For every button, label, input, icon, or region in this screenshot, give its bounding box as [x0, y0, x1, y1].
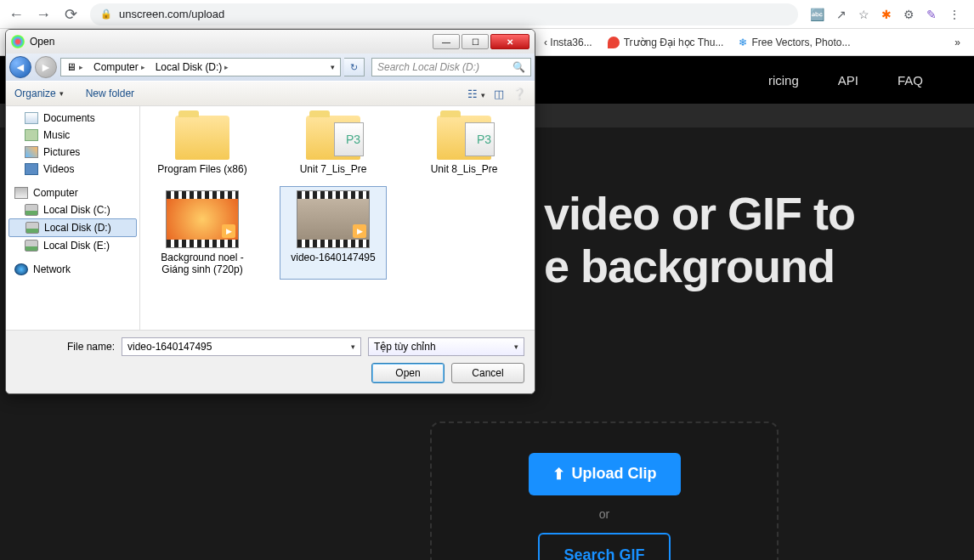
file-item-video[interactable]: ▶Background noel - Giáng sinh (720p): [149, 186, 256, 280]
filename-label: File name:: [16, 341, 115, 353]
disk-icon: [25, 240, 38, 252]
disk-icon: [25, 204, 38, 216]
close-button[interactable]: ✕: [490, 34, 529, 49]
tree-item-network[interactable]: Network: [6, 261, 139, 278]
search-field[interactable]: Search Local Disk (D:) 🔍: [371, 58, 531, 76]
file-open-dialog: Open — ☐ ✕ ◄ ► 🖥▸ Computer▸ Local Disk (…: [5, 29, 535, 394]
dialog-title: Open: [30, 36, 54, 48]
hero-line1: video or GIF to: [544, 188, 855, 239]
folder-icon: [175, 116, 229, 160]
pictures-icon: [25, 146, 38, 158]
menu-icon[interactable]: ⋮: [949, 8, 960, 21]
tree-item-music[interactable]: Music: [6, 127, 139, 144]
crumb-disk[interactable]: Local Disk (D:)▸: [150, 59, 235, 76]
chevron-down-icon: ▾: [514, 342, 518, 351]
tree-item-documents[interactable]: Documents: [6, 110, 139, 127]
tree-item-videos[interactable]: Videos: [6, 161, 139, 178]
upload-clip-button[interactable]: ⬆ Upload Clip: [529, 453, 681, 495]
ext-icon-1[interactable]: ✱: [881, 8, 892, 21]
documents-icon: [25, 112, 38, 124]
forward-button[interactable]: →: [36, 7, 51, 22]
address-bar[interactable]: 🔒 unscreen.com/upload: [90, 3, 798, 25]
new-folder-button[interactable]: New folder: [86, 88, 134, 99]
preview-pane-button[interactable]: ◫: [494, 88, 504, 100]
share-icon[interactable]: ↗: [836, 8, 847, 21]
extension-icons: 🔤 ↗ ☆ ✱ ⚙ ✎ ⋮: [810, 8, 966, 21]
chevron-down-icon[interactable]: ▾: [351, 342, 355, 351]
file-item-video-selected[interactable]: ▶video-1640147495: [280, 186, 387, 280]
tree-item-pictures[interactable]: Pictures: [6, 144, 139, 161]
videos-icon: [25, 163, 38, 175]
search-gif-button[interactable]: Search GIF: [538, 533, 670, 561]
upload-icon: ⬆: [552, 465, 565, 484]
reload-button[interactable]: ⟳: [63, 7, 78, 22]
refresh-button[interactable]: ↻: [344, 58, 365, 76]
folder-icon: [437, 116, 491, 160]
dialog-titlebar[interactable]: Open — ☐ ✕: [6, 30, 535, 54]
nav-api[interactable]: API: [838, 73, 858, 88]
nav-tree: Documents Music Pictures Videos Computer…: [6, 106, 140, 330]
computer-icon: [14, 187, 28, 199]
view-menu[interactable]: ☷ ▾: [467, 88, 485, 100]
video-thumb-icon: ▶: [166, 190, 239, 248]
lock-icon: 🔒: [100, 8, 112, 20]
file-item-folder[interactable]: Program Files (x86): [149, 111, 256, 179]
pin-icon: [608, 37, 620, 48]
video-thumb-icon: ▶: [297, 190, 370, 248]
open-button[interactable]: Open: [371, 363, 445, 383]
bookmark-item[interactable]: Trường Đại học Thu...: [608, 37, 724, 48]
bookmark-overflow[interactable]: »: [954, 37, 960, 48]
dialog-footer: File name: video-1640147495▾ Tệp tùy chỉ…: [6, 330, 535, 393]
file-item-folder[interactable]: Unit 7_Lis_Pre: [280, 111, 387, 179]
nav-forward-button[interactable]: ►: [35, 56, 57, 78]
filetype-filter[interactable]: Tệp tùy chỉnh▾: [368, 337, 524, 356]
search-placeholder: Search Local Disk (D:): [377, 61, 479, 73]
music-icon: [25, 129, 38, 141]
filename-input[interactable]: video-1640147495▾: [122, 337, 361, 356]
app-icon: [11, 35, 25, 48]
star-icon[interactable]: ☆: [858, 8, 869, 21]
nav-pricing[interactable]: ricing: [768, 73, 799, 88]
disk-icon: [25, 222, 39, 234]
organize-menu[interactable]: Organize ▾: [14, 88, 64, 99]
file-item-folder[interactable]: Unit 8_Lis_Pre: [411, 111, 518, 179]
bookmark-item[interactable]: ‹ Insta36...: [544, 37, 592, 48]
nav-faq[interactable]: FAQ: [898, 73, 923, 88]
tree-item-computer[interactable]: Computer: [6, 184, 139, 201]
url-text: unscreen.com/upload: [119, 8, 224, 20]
bookmark-item[interactable]: ❄Free Vectors, Photo...: [739, 37, 850, 48]
translate-icon[interactable]: 🔤: [810, 8, 824, 21]
dialog-nav: ◄ ► 🖥▸ Computer▸ Local Disk (D:)▸ ▾ ↻ Se…: [6, 54, 535, 81]
hero-line2: e background: [544, 240, 835, 291]
network-icon: [14, 263, 28, 275]
dialog-toolbar: Organize ▾ New folder ☷ ▾ ◫ ❔: [6, 81, 535, 106]
nav-back-button[interactable]: ◄: [9, 56, 31, 78]
search-icon: 🔍: [512, 61, 525, 73]
browser-toolbar: ← → ⟳ 🔒 unscreen.com/upload 🔤 ↗ ☆ ✱ ⚙ ✎ …: [0, 0, 974, 29]
upload-card: ⬆ Upload Clip or Search GIF: [430, 421, 779, 560]
tree-item-drive-d[interactable]: Local Disk (D:): [8, 218, 137, 237]
file-grid[interactable]: Program Files (x86) Unit 7_Lis_Pre Unit …: [140, 106, 535, 330]
crumb-root[interactable]: 🖥▸: [61, 59, 88, 76]
ext-icon-3[interactable]: ✎: [926, 8, 937, 21]
ext-icon-2[interactable]: ⚙: [903, 8, 915, 21]
help-button[interactable]: ❔: [512, 88, 526, 100]
tree-item-drive-c[interactable]: Local Disk (C:): [6, 201, 139, 218]
crumb-dropdown[interactable]: ▾: [326, 63, 340, 71]
computer-icon: 🖥: [66, 61, 76, 73]
tree-item-drive-e[interactable]: Local Disk (E:): [6, 237, 139, 254]
maximize-button[interactable]: ☐: [462, 34, 489, 49]
cancel-button[interactable]: Cancel: [451, 363, 524, 383]
bookmark-favicon: ❄: [739, 37, 747, 48]
breadcrumb-bar[interactable]: 🖥▸ Computer▸ Local Disk (D:)▸ ▾: [60, 58, 341, 76]
crumb-computer[interactable]: Computer▸: [88, 59, 150, 76]
folder-icon: [306, 116, 360, 160]
back-button[interactable]: ←: [8, 7, 24, 22]
or-divider: or: [599, 507, 609, 521]
minimize-button[interactable]: —: [433, 34, 460, 49]
dialog-body: Documents Music Pictures Videos Computer…: [6, 106, 535, 330]
